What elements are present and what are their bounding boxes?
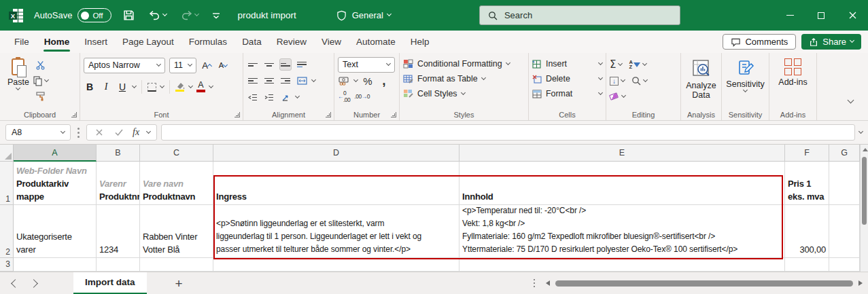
tab-formulas[interactable]: Formulas <box>181 32 235 52</box>
font-size-combo[interactable]: 11 <box>169 58 196 73</box>
cell-b1[interactable]: Varenr Produktnr. <box>97 162 140 205</box>
cell-e1[interactable]: Innhold <box>459 162 785 205</box>
cell-e3[interactable] <box>459 258 785 272</box>
row-header-1[interactable]: 1 <box>0 162 14 205</box>
comma-style-button[interactable]: , <box>378 75 390 87</box>
accounting-dropdown-icon[interactable] <box>353 77 358 81</box>
underline-button[interactable]: U <box>116 81 128 93</box>
percent-style-button[interactable]: % <box>362 75 374 87</box>
column-header-e[interactable]: E <box>459 145 785 162</box>
tab-automate[interactable]: Automate <box>349 32 403 52</box>
search-box[interactable] <box>479 5 680 25</box>
number-format-combo[interactable]: Text <box>338 57 395 73</box>
paste-button[interactable]: Paste <box>3 56 33 103</box>
undo-button[interactable] <box>146 7 169 23</box>
cell-a2[interactable]: Ukategoriserte varer <box>14 205 97 258</box>
row-header-2[interactable]: 2 <box>0 205 14 258</box>
sensitivity-label-selector[interactable]: General <box>336 10 391 22</box>
sort-filter-button[interactable]: AZ <box>629 58 646 71</box>
search-input[interactable] <box>504 10 673 20</box>
column-header-b[interactable]: B <box>97 145 140 162</box>
font-name-combo[interactable]: Aptos Narrow <box>84 58 165 73</box>
cell-e2[interactable]: <p>Temperatur ned til: -20°C<br /> Vekt:… <box>459 205 785 258</box>
top-align-button[interactable] <box>247 58 259 71</box>
enter-button[interactable] <box>113 126 125 139</box>
autosum-button[interactable]: Σ <box>610 58 622 71</box>
tab-view[interactable]: View <box>314 32 349 52</box>
clear-button[interactable] <box>610 90 625 103</box>
align-left-button[interactable] <box>247 75 259 87</box>
sheet-tab-import-data[interactable]: Import data <box>73 272 147 294</box>
insert-function-button[interactable]: fx <box>133 127 139 138</box>
name-box-dropdown-icon[interactable] <box>60 128 65 133</box>
tab-file[interactable]: File <box>7 32 37 52</box>
tab-help[interactable]: Help <box>403 32 437 52</box>
decrease-font-size-button[interactable]: A <box>217 59 229 71</box>
fill-color-button[interactable] <box>175 82 185 92</box>
format-cells-button[interactable]: Format <box>532 86 602 101</box>
cell-g1[interactable] <box>829 162 860 205</box>
merge-dropdown-icon[interactable] <box>311 77 316 81</box>
increase-font-size-button[interactable]: A <box>201 59 213 71</box>
previous-sheet-button[interactable] <box>11 279 20 288</box>
borders-button[interactable] <box>147 83 156 92</box>
column-header-c[interactable]: C <box>140 145 213 162</box>
column-header-a[interactable]: A <box>14 145 97 162</box>
formula-input[interactable] <box>161 124 855 141</box>
cell-c2[interactable]: Rabben Vinter Votter Blå <box>140 205 213 258</box>
find-select-button[interactable] <box>631 75 647 87</box>
share-button[interactable]: Share <box>801 34 861 50</box>
increase-decimal-button[interactable]: ←0.00 <box>338 90 350 103</box>
copy-button[interactable] <box>33 75 48 87</box>
align-right-button[interactable] <box>279 75 292 87</box>
tab-home[interactable]: Home <box>37 32 77 52</box>
fill-color-dropdown-icon[interactable] <box>188 83 193 88</box>
accounting-format-button[interactable] <box>338 75 350 87</box>
cell-g3[interactable] <box>829 258 860 272</box>
close-button[interactable] <box>837 0 868 31</box>
borders-dropdown-icon[interactable] <box>160 83 164 88</box>
document-title[interactable]: produkt import <box>237 10 296 20</box>
cell-styles-button[interactable]: Cell Styles <box>403 86 525 101</box>
cell-g2[interactable] <box>829 205 860 258</box>
format-as-table-button[interactable]: Format as Table <box>403 71 525 86</box>
bold-button[interactable]: B <box>84 81 96 93</box>
cell-f1[interactable]: Pris 1 eks. mva <box>785 162 829 205</box>
expand-formula-bar-icon[interactable] <box>858 128 863 133</box>
number-dialog-launcher[interactable] <box>391 112 396 117</box>
collapse-ribbon-icon[interactable] <box>848 97 854 104</box>
orientation-button[interactable] <box>279 91 292 103</box>
cell-a3[interactable] <box>14 258 97 272</box>
cancel-button[interactable] <box>93 126 105 139</box>
underline-dropdown-icon[interactable] <box>132 83 137 88</box>
orientation-dropdown-icon[interactable] <box>295 93 300 98</box>
vertical-scroll-thumb[interactable] <box>862 157 867 225</box>
cell-f3[interactable] <box>785 258 829 272</box>
cell-b3[interactable] <box>97 258 140 272</box>
clipboard-dialog-launcher[interactable] <box>71 112 77 117</box>
autosave-toggle[interactable]: Off <box>77 8 111 22</box>
copy-dropdown-icon[interactable] <box>44 77 49 81</box>
cell-c3[interactable] <box>140 258 213 272</box>
column-header-f[interactable]: F <box>785 145 829 162</box>
column-header-d[interactable]: D <box>213 145 459 162</box>
fx-dropdown-icon[interactable] <box>146 128 151 133</box>
column-header-g[interactable]: G <box>829 145 860 162</box>
scroll-up-icon[interactable] <box>863 148 868 151</box>
comments-button[interactable]: Comments <box>723 34 796 50</box>
tab-page-layout[interactable]: Page Layout <box>115 32 181 52</box>
cell-a1[interactable]: Web-Folder Navn Produktarkiv mappe <box>14 162 97 205</box>
horizontal-scroll-thumb[interactable] <box>555 280 853 287</box>
font-color-button[interactable]: A <box>196 81 205 92</box>
formula-bar-handle[interactable] <box>77 132 80 134</box>
select-all-button[interactable] <box>0 145 14 162</box>
alignment-dialog-launcher[interactable] <box>326 112 331 117</box>
scrollbar-resize-handle[interactable] <box>534 282 536 284</box>
merge-center-button[interactable] <box>296 75 308 87</box>
cell-d2[interactable]: <p>Snøtinn liggeunderlag er et slitester… <box>213 205 459 258</box>
cut-button[interactable] <box>33 59 48 71</box>
next-sheet-button[interactable] <box>29 279 38 288</box>
bottom-align-button[interactable] <box>279 58 292 71</box>
decrease-decimal-button[interactable]: .00→0 <box>354 90 370 103</box>
fill-button[interactable] <box>610 75 625 87</box>
